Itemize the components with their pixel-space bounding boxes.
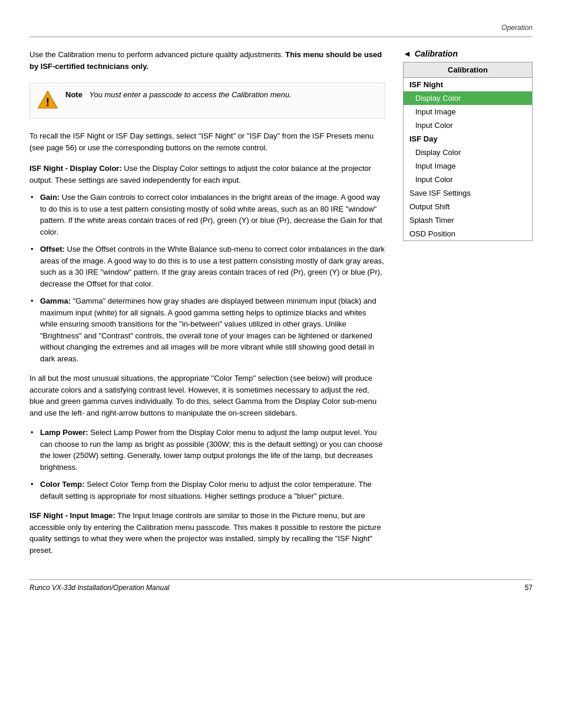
main-column: Use the Calibration menu to perform adva… xyxy=(29,49,385,556)
menu-header: Calibration xyxy=(404,62,532,78)
menu-item-display-color-day[interactable]: Display Color xyxy=(404,146,532,159)
header-section-label: Operation xyxy=(501,24,533,32)
bullet-gamma: Gamma: "Gamma" determines how gray shade… xyxy=(29,295,385,364)
menu-item-input-color-day[interactable]: Input Color xyxy=(404,173,532,186)
bullet-gamma-text: "Gamma" determines how gray shades are d… xyxy=(40,297,376,363)
menu-item-save-isf[interactable]: Save ISF Settings xyxy=(404,186,532,200)
footer: Runco VX-33d Installation/Operation Manu… xyxy=(29,579,533,592)
note-label: Note xyxy=(65,90,82,99)
bullet-offset: Offset: Use the Offset controls in the W… xyxy=(29,243,385,289)
bullet-lamp-text: Select Lamp Power from the Display Color… xyxy=(40,428,382,472)
bullet-offset-term: Offset: xyxy=(40,245,65,253)
menu-item-isf-night[interactable]: ISF Night xyxy=(404,78,532,91)
bullet-gain: Gain: Use the Gain controls to correct c… xyxy=(29,192,385,238)
bullet-list-2: Lamp Power: Select Lamp Power from the D… xyxy=(29,427,385,502)
bullet-lamp-power: Lamp Power: Select Lamp Power from the D… xyxy=(29,427,385,473)
content-area: Use the Calibration menu to perform adva… xyxy=(29,49,533,556)
menu-item-input-image-day[interactable]: Input Image xyxy=(404,159,532,173)
menu-item-isf-day[interactable]: ISF Day xyxy=(404,132,532,146)
menu-item-splash-timer[interactable]: Splash Timer xyxy=(404,213,532,227)
display-color-heading: ISF Night - Display Color: Use the Displ… xyxy=(29,163,385,186)
menu-item-input-color-night[interactable]: Input Color xyxy=(404,118,532,132)
gamma-paragraph: In all but the most unusual situations, … xyxy=(29,373,385,419)
top-divider xyxy=(29,37,533,37)
calibration-menu: Calibration ISF Night Display Color Inpu… xyxy=(403,62,533,241)
bullet-color-temp-text: Select Color Temp from the Display Color… xyxy=(40,480,372,500)
bullet-color-temp: Color Temp: Select Color Temp from the D… xyxy=(29,479,385,502)
intro-text1: Use the Calibration menu to perform adva… xyxy=(29,50,285,59)
sidebar-title-row: ◄ Calibration xyxy=(403,49,533,58)
bullet-color-temp-term: Color Temp: xyxy=(40,480,85,489)
display-color-heading-bold: ISF Night - Display Color: xyxy=(29,164,122,173)
recall-paragraph: To recall the ISF Night or ISF Day setti… xyxy=(29,130,385,153)
header-operation: Operation xyxy=(29,24,533,32)
bullet-offset-text: Use the Offset controls in the White Bal… xyxy=(40,245,385,288)
menu-item-display-color-night[interactable]: Display Color xyxy=(404,91,532,105)
bullet-gain-term: Gain: xyxy=(40,193,59,202)
menu-item-output-shift[interactable]: Output Shift xyxy=(404,200,532,213)
bullet-gamma-term: Gamma: xyxy=(40,297,71,305)
sidebar-back-arrow: ◄ xyxy=(403,49,411,58)
sidebar-title: Calibration xyxy=(415,49,458,58)
page-container: Operation Use the Calibration menu to pe… xyxy=(0,0,562,627)
menu-item-osd-position[interactable]: OSD Position xyxy=(404,227,532,241)
svg-text:!: ! xyxy=(46,95,50,108)
menu-item-input-image-night[interactable]: Input Image xyxy=(404,105,532,118)
note-icon-container: ! xyxy=(37,89,58,112)
input-image-paragraph: ISF Night - Input Image: The Input Image… xyxy=(29,510,385,556)
bullet-gain-text: Use the Gain controls to correct color i… xyxy=(40,193,382,236)
note-content: Note You must enter a passcode to access… xyxy=(65,89,292,101)
input-image-heading: ISF Night - Input Image: xyxy=(29,511,115,520)
sidebar-column: ◄ Calibration Calibration ISF Night Disp… xyxy=(403,49,533,556)
footer-page-number: 57 xyxy=(525,584,533,592)
footer-manual-title: Runco VX-33d Installation/Operation Manu… xyxy=(29,584,169,592)
note-box: ! Note You must enter a passcode to acce… xyxy=(29,83,385,118)
bullet-lamp-term: Lamp Power: xyxy=(40,428,88,437)
warning-triangle-icon: ! xyxy=(37,89,58,110)
intro-paragraph: Use the Calibration menu to perform adva… xyxy=(29,49,385,72)
bullet-list-1: Gain: Use the Gain controls to correct c… xyxy=(29,192,385,364)
note-text: You must enter a passcode to access the … xyxy=(90,90,292,99)
